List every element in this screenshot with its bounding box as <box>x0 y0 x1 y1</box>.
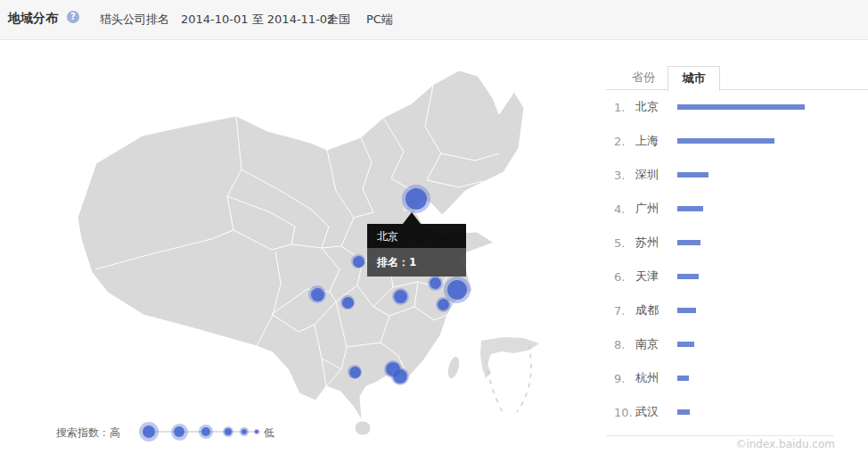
legend-bubble-core <box>225 428 232 435</box>
ranking-row: 1.北京 <box>606 90 838 124</box>
city-index-bar <box>677 308 696 313</box>
city-index-bar <box>677 376 689 381</box>
rank-number: 5. <box>614 236 635 250</box>
taiwan-island <box>446 355 462 380</box>
city-name: 广州 <box>635 201 677 217</box>
rank-number: 8. <box>614 338 635 351</box>
city-index-bar <box>677 138 774 144</box>
ranking-row: 9.杭州 <box>606 361 838 395</box>
city-bubble-core <box>393 369 407 384</box>
city-bubble-core <box>430 277 441 289</box>
city-name: 上海 <box>635 133 677 149</box>
rank-number: 2. <box>614 135 635 148</box>
tab-city[interactable]: 城市 <box>667 66 720 91</box>
city-bubble[interactable] <box>436 297 451 312</box>
copyright-text: ©index.baidu.com <box>735 438 835 450</box>
date-range-label: 2014-10-01 至 2014-11-02 <box>181 12 334 28</box>
ranking-row: 7.成都 <box>606 293 838 327</box>
help-icon[interactable]: ? <box>67 11 79 23</box>
rank-number: 3. <box>614 169 635 182</box>
platform-label: PC端 <box>366 12 393 28</box>
nine-dash-line <box>487 344 531 414</box>
hainan-island <box>355 421 371 435</box>
city-bubble-core <box>353 256 364 268</box>
header-bar: 地域分布 ? 猎头公司排名 2014-10-01 至 2014-11-02 全国… <box>0 0 868 40</box>
rank-number: 7. <box>614 304 635 318</box>
city-name: 杭州 <box>635 370 677 386</box>
legend-bubble-core <box>201 427 210 436</box>
ranking-row: 3.深圳 <box>606 158 838 192</box>
legend-bubble <box>139 422 159 442</box>
city-bubble-core <box>342 297 354 309</box>
map-tooltip: 北京 排名：1 <box>367 224 466 277</box>
city-index-bar <box>677 240 700 245</box>
city-bubble[interactable] <box>348 365 362 379</box>
city-bubble-core <box>394 290 407 303</box>
city-name: 南京 <box>635 336 677 352</box>
legend-bubble-core <box>143 425 155 438</box>
ranking-row: 8.南京 <box>606 327 838 361</box>
city-bubble[interactable] <box>351 254 365 268</box>
city-bubble-core <box>349 367 361 378</box>
city-index-bar <box>677 104 805 110</box>
city-bubble[interactable] <box>402 185 430 213</box>
city-bubble[interactable] <box>340 295 355 310</box>
rank-number: 6. <box>614 270 635 284</box>
city-bubble[interactable] <box>428 276 443 291</box>
panel-tabs: 省份 城市 <box>606 66 868 90</box>
city-bubble[interactable] <box>308 285 326 303</box>
city-index-bar <box>677 409 690 415</box>
page-title: 地域分布 <box>8 11 58 27</box>
tooltip-rank-prefix: 排名： <box>377 256 409 268</box>
city-index-bar <box>677 342 694 347</box>
city-bubble-core <box>438 299 449 310</box>
legend-low-label: 低 <box>264 425 274 441</box>
city-bubble[interactable] <box>391 367 409 385</box>
legend-bubble-core <box>174 426 184 437</box>
city-bubble-core <box>311 288 324 301</box>
city-index-bar <box>677 172 708 177</box>
ranking-row: 2.上海 <box>606 124 838 158</box>
legend-bubble <box>254 429 259 434</box>
tooltip-arrow-icon <box>403 212 421 224</box>
city-bubble-core <box>447 280 467 300</box>
geo-distribution-widget: 地域分布 ? 猎头公司排名 2014-10-01 至 2014-11-02 全国… <box>0 0 868 454</box>
rank-number: 4. <box>614 202 635 216</box>
region-label: 全国 <box>327 12 350 28</box>
legend-bubble <box>240 427 248 435</box>
city-ranking-list: 1.北京2.上海3.深圳4.广州5.苏州6.天津7.成都8.南京9.杭州10.武… <box>606 90 838 429</box>
legend-bubble-core <box>255 430 258 433</box>
city-name: 成都 <box>635 302 677 318</box>
rank-number: 9. <box>614 372 635 385</box>
tab-province[interactable]: 省份 <box>619 66 667 90</box>
legend-bubble-core <box>242 429 247 434</box>
legend-bubble <box>199 425 213 439</box>
tooltip-rank-value: 1 <box>409 256 416 268</box>
legend-bubble <box>171 424 188 441</box>
city-index-bar <box>677 274 699 279</box>
ranking-row: 4.广州 <box>606 192 838 226</box>
rank-number: 10. <box>614 406 635 419</box>
tooltip-rank: 排名：1 <box>367 248 466 277</box>
footer-divider <box>606 435 834 436</box>
city-name: 北京 <box>635 99 677 115</box>
city-name: 苏州 <box>635 235 677 251</box>
city-name: 天津 <box>635 268 677 285</box>
ranking-row: 6.天津 <box>606 260 838 293</box>
keyword-label: 猎头公司排名 <box>100 12 169 28</box>
rank-number: 1. <box>614 101 635 114</box>
ranking-row: 10.武汉 <box>606 395 838 429</box>
ranking-row: 5.苏州 <box>606 226 838 260</box>
legend-high-label: 搜索指数：高 <box>56 425 120 441</box>
tooltip-city: 北京 <box>367 224 466 248</box>
city-bubble[interactable] <box>392 288 409 305</box>
china-map <box>58 46 602 443</box>
city-name: 深圳 <box>635 167 677 183</box>
city-name: 武汉 <box>635 404 677 420</box>
city-bubble-core <box>405 188 427 210</box>
city-index-bar <box>677 206 703 211</box>
